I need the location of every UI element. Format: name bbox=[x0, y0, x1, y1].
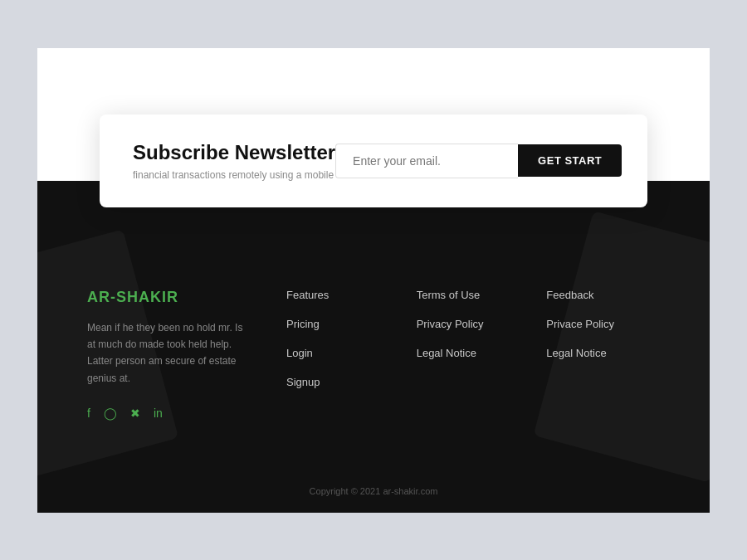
instagram-icon[interactable]: ◯ bbox=[104, 407, 117, 420]
newsletter-text: Subscribe Newsletter financial transacti… bbox=[133, 141, 335, 181]
footer-column-3: Feedback Privace Policy Legal Notice bbox=[530, 289, 660, 513]
twitter-icon[interactable]: ✖ bbox=[130, 407, 140, 420]
copyright: Copyright © 2021 ar-shakir.com bbox=[310, 486, 438, 496]
footer-brand: AR-SHAKIR Mean if he they been no hold m… bbox=[87, 289, 270, 513]
login-link[interactable]: Login bbox=[286, 347, 383, 359]
legal-notice-link[interactable]: Legal Notice bbox=[417, 347, 514, 359]
footer-column-1: Features Pricing Login Signup bbox=[270, 289, 400, 513]
privace-policy-link[interactable]: Privace Policy bbox=[546, 318, 643, 330]
feedback-link[interactable]: Feedback bbox=[546, 289, 643, 301]
email-input[interactable] bbox=[335, 144, 518, 178]
page-wrapper: Subscribe Newsletter financial transacti… bbox=[0, 0, 747, 560]
facebook-icon[interactable]: f bbox=[87, 407, 90, 420]
footer-content: AR-SHAKIR Mean if he they been no hold m… bbox=[37, 289, 710, 513]
footer-column-2: Terms of Use Privacy Policy Legal Notice bbox=[400, 289, 530, 513]
pricing-link[interactable]: Pricing bbox=[286, 318, 383, 330]
terms-link[interactable]: Terms of Use bbox=[417, 289, 514, 301]
get-start-button[interactable]: GET START bbox=[518, 144, 622, 177]
features-link[interactable]: Features bbox=[286, 289, 383, 301]
main-container: Subscribe Newsletter financial transacti… bbox=[37, 48, 710, 513]
newsletter-card: Subscribe Newsletter financial transacti… bbox=[100, 114, 647, 207]
brand-name: AR-SHAKIR bbox=[87, 289, 253, 306]
newsletter-form: GET START bbox=[335, 144, 622, 178]
signup-link[interactable]: Signup bbox=[286, 376, 383, 388]
privacy-policy-link[interactable]: Privacy Policy bbox=[417, 318, 514, 330]
social-icons: f ◯ ✖ in bbox=[87, 407, 253, 420]
bottom-section: AR-SHAKIR Mean if he they been no hold m… bbox=[37, 181, 710, 513]
newsletter-subtitle: financial transactions remotely using a … bbox=[133, 169, 335, 181]
brand-description: Mean if he they been no hold mr. Is at m… bbox=[87, 319, 253, 387]
legal-notice-2-link[interactable]: Legal Notice bbox=[546, 347, 643, 359]
newsletter-title: Subscribe Newsletter bbox=[133, 141, 335, 164]
linkedin-icon[interactable]: in bbox=[154, 407, 163, 420]
